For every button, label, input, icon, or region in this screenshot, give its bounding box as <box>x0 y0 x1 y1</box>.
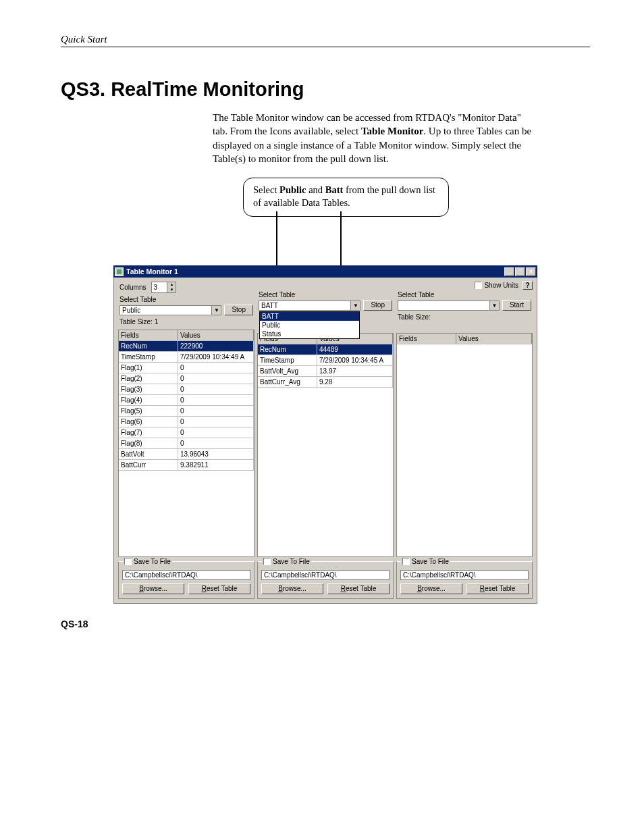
cell-value: 7/29/2009 10:34:49 A <box>178 352 254 362</box>
chevron-down-icon: ▼ <box>489 301 499 310</box>
table-row[interactable]: Flag(3)0 <box>119 384 254 395</box>
table-row[interactable]: RecNum222900 <box>119 341 254 352</box>
help-button[interactable]: ? <box>522 281 533 290</box>
select-table-combo-3[interactable]: ▼ <box>398 301 500 311</box>
cell-value: 0 <box>178 373 254 384</box>
cell-field: RecNum <box>119 341 178 351</box>
table-row[interactable]: BattVolt_Avg13.97 <box>258 366 393 377</box>
reset-table-button-2[interactable]: Reset Table <box>327 583 390 594</box>
cell-value: 44489 <box>317 344 393 355</box>
col-fields: Fields <box>119 330 178 340</box>
save-to-file-checkbox-3[interactable] <box>402 558 410 565</box>
app-icon <box>115 267 124 276</box>
path-field-1[interactable]: C:\Campbellsci\RTDAQ\ <box>122 570 250 580</box>
callout-mid: and <box>306 184 325 195</box>
cell-field: BattVolt <box>119 449 178 459</box>
combo1-value: Public <box>120 306 211 315</box>
table-size-label-1: Table Size: 1 <box>119 318 253 325</box>
select-table-label-2: Select Table <box>259 291 392 298</box>
minimize-button[interactable]: _ <box>504 267 514 276</box>
intro-paragraph: The Table Monitor window can be accessed… <box>213 111 537 165</box>
cell-value: 13.97 <box>317 366 393 376</box>
save-group-2: Save To File C:\Campbellsci\RTDAQ\ Brows… <box>257 561 394 599</box>
dropdown-option[interactable]: Status <box>260 330 359 338</box>
cell-field: RecNum <box>258 344 317 355</box>
combo2-dropdown-list[interactable]: BATTPublicStatus <box>259 311 360 339</box>
save-to-file-label-2: Save To File <box>273 558 310 565</box>
dropdown-option[interactable]: BATT <box>260 312 359 321</box>
cell-value: 9.382911 <box>178 460 254 470</box>
cell-field: BattCurr <box>119 460 178 470</box>
section-title: QS3. RealTime Monitoring <box>61 78 590 101</box>
data-table-2[interactable]: Fields Values RecNum44489TimeStamp7/29/2… <box>257 333 394 557</box>
close-button[interactable]: × <box>526 267 536 276</box>
browse-button-1[interactable]: Browse... <box>122 583 184 594</box>
para-bold: Table Monitor <box>361 126 423 136</box>
select-table-label-3: Select Table <box>398 291 531 298</box>
table-row[interactable]: Flag(7)0 <box>119 427 254 438</box>
table-row[interactable]: RecNum44489 <box>258 344 393 355</box>
titlebar[interactable]: Table Monitor 1 _ □ × <box>113 265 537 278</box>
select-table-combo-1[interactable]: Public ▼ <box>119 305 221 315</box>
table-row[interactable]: TimeStamp7/29/2009 10:34:45 A <box>258 355 393 366</box>
running-head: Quick Start <box>61 34 590 47</box>
table-row[interactable]: Flag(2)0 <box>119 373 254 384</box>
table-row[interactable]: Flag(1)0 <box>119 363 254 373</box>
cell-value: 0 <box>178 406 254 416</box>
table-row[interactable]: TimeStamp7/29/2009 10:34:49 A <box>119 352 254 363</box>
cell-field: Flag(5) <box>119 406 178 416</box>
cell-field: BattCurr_Avg <box>258 377 317 387</box>
cell-field: Flag(3) <box>119 384 178 394</box>
save-group-3: Save To File C:\Campbellsci\RTDAQ\ Brows… <box>396 561 533 599</box>
cell-field: Flag(1) <box>119 363 178 373</box>
table-row[interactable]: BattVolt13.96043 <box>119 449 254 460</box>
reset-table-button-3[interactable]: Reset Table <box>466 583 529 594</box>
dropdown-option[interactable]: Public <box>260 321 359 330</box>
columns-input[interactable] <box>152 282 167 292</box>
save-to-file-label-1: Save To File <box>134 558 171 565</box>
cell-value: 222900 <box>178 341 254 351</box>
table-row[interactable]: Flag(6)0 <box>119 417 254 427</box>
cell-value: 13.96043 <box>178 449 254 459</box>
table-row[interactable]: BattCurr_Avg9.28 <box>258 377 393 388</box>
reset-table-button-1[interactable]: Reset Table <box>188 583 250 594</box>
cell-value: 0 <box>178 395 254 405</box>
start-button-3[interactable]: Start <box>502 300 531 311</box>
callout-bold1: Public <box>279 184 306 195</box>
cell-field: BattVolt_Avg <box>258 366 317 376</box>
stop-button-1[interactable]: Stop <box>224 305 253 315</box>
path-field-2[interactable]: C:\Campbellsci\RTDAQ\ <box>261 570 390 580</box>
callout-pre: Select <box>253 184 279 195</box>
select-table-combo-2[interactable]: BATT ▼ BATTPublicStatus <box>259 301 360 311</box>
columns-label: Columns <box>119 284 146 291</box>
cell-field: Flag(8) <box>119 438 178 448</box>
save-group-1: Save To File C:\Campbellsci\RTDAQ\ Brows… <box>118 561 254 599</box>
col-values: Values <box>178 330 254 340</box>
columns-stepper[interactable]: ▲▼ <box>151 282 176 293</box>
maximize-button[interactable]: □ <box>515 267 525 276</box>
cell-field: Flag(2) <box>119 373 178 384</box>
data-table-3[interactable]: Fields Values <box>396 333 533 557</box>
table-row[interactable]: Flag(8)0 <box>119 438 254 449</box>
cell-value: 0 <box>178 384 254 394</box>
data-table-1[interactable]: Fields Values RecNum222900TimeStamp7/29/… <box>118 330 254 557</box>
table-monitor-window: Table Monitor 1 _ □ × Show Units ? Colum… <box>113 265 537 604</box>
stop-button-2[interactable]: Stop <box>363 300 392 311</box>
table-row[interactable]: Flag(4)0 <box>119 395 254 406</box>
save-to-file-label-3: Save To File <box>412 558 449 565</box>
show-units-checkbox[interactable]: Show Units <box>475 282 518 289</box>
callout-box: Select Public and Batt from the pull dow… <box>243 178 449 217</box>
table-row[interactable]: BattCurr9.382911 <box>119 460 254 471</box>
chevron-down-icon: ▼ <box>350 301 360 310</box>
save-to-file-checkbox-1[interactable] <box>124 558 132 565</box>
path-field-3[interactable]: C:\Campbellsci\RTDAQ\ <box>400 570 529 580</box>
col-fields: Fields <box>397 334 456 344</box>
browse-button-3[interactable]: Browse... <box>400 583 462 594</box>
cell-value: 9.28 <box>317 377 393 387</box>
cell-field: TimeStamp <box>258 355 317 365</box>
table-row[interactable]: Flag(5)0 <box>119 406 254 417</box>
browse-button-2[interactable]: Browse... <box>261 583 323 594</box>
save-to-file-checkbox-2[interactable] <box>263 558 271 565</box>
cell-value: 0 <box>178 417 254 427</box>
combo2-value: BATT <box>259 301 350 310</box>
